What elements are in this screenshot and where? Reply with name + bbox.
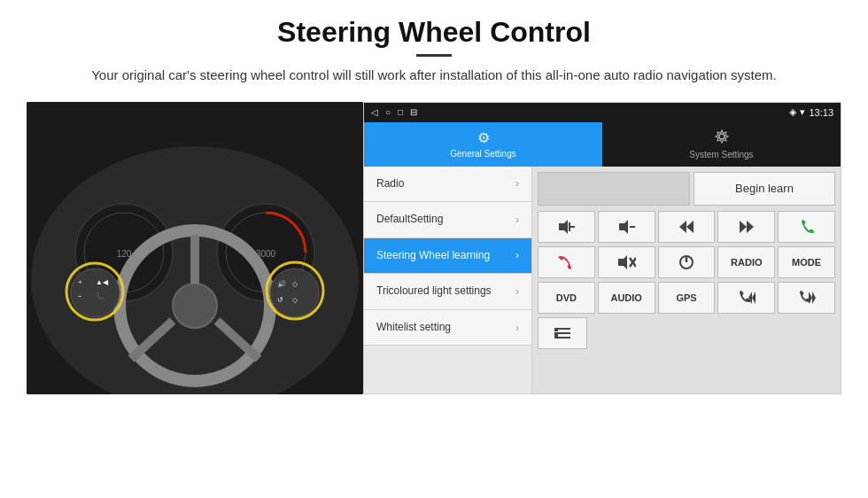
svg-rect-46	[554, 337, 570, 338]
phone-answer-button[interactable]	[778, 211, 835, 243]
right-panel: Begin learn	[532, 167, 841, 393]
svg-marker-41	[752, 292, 756, 304]
page-title: Steering Wheel Control	[35, 16, 833, 49]
status-bar: ◁ ○ □ ⊟ ◈ ▾ 13:13	[364, 103, 841, 122]
time-display: 13:13	[809, 107, 833, 118]
svg-point-9	[173, 284, 217, 328]
svg-rect-48	[554, 333, 558, 337]
page-subtitle: Your original car's steering wheel contr…	[35, 66, 833, 86]
phone-hang-up-button[interactable]	[538, 246, 595, 278]
menu-item-tricoloured-label: Tricoloured light settings	[376, 284, 492, 299]
svg-text:🔊: 🔊	[277, 279, 286, 288]
chevron-right-icon: ›	[515, 322, 519, 334]
power-button[interactable]	[658, 246, 716, 278]
nav-home-icon[interactable]: ○	[385, 107, 391, 117]
page-header: Steering Wheel Control Your original car…	[0, 0, 868, 95]
title-divider	[416, 54, 452, 57]
svg-text:◇: ◇	[292, 280, 298, 288]
steering-wheel-image: 120 3000 +	[27, 102, 363, 394]
left-menu: Radio › DefaultSetting › Steering Wheel …	[364, 167, 532, 393]
mode-button[interactable]: MODE	[778, 246, 835, 278]
main-content: Radio › DefaultSetting › Steering Wheel …	[364, 167, 841, 393]
controls-row-2: RADIO MODE	[538, 246, 835, 278]
menu-item-whitelist[interactable]: Whitelist setting ›	[364, 310, 531, 346]
audio-button[interactable]: AUDIO	[598, 282, 655, 314]
svg-marker-43	[809, 292, 812, 304]
chevron-right-icon: ›	[515, 177, 519, 190]
vol-up-button[interactable]	[538, 211, 595, 243]
svg-marker-29	[619, 220, 628, 234]
svg-text:+: +	[78, 278, 82, 286]
svg-rect-18	[270, 268, 319, 317]
svg-text:📞: 📞	[96, 292, 105, 300]
controls-row-1	[538, 211, 835, 243]
tab-system-label: System Settings	[689, 150, 753, 160]
svg-text:−: −	[78, 292, 82, 300]
menu-item-radio-label: Radio	[376, 177, 404, 191]
chevron-right-icon: ›	[515, 214, 519, 226]
chevron-right-icon: ›	[515, 249, 519, 261]
begin-learn-button[interactable]: Begin learn	[694, 172, 835, 206]
location-icon: ◈	[789, 106, 796, 118]
svg-marker-34	[740, 221, 747, 233]
bottom-row	[538, 317, 835, 349]
nav-back-icon[interactable]: ◁	[371, 107, 378, 117]
svg-marker-31	[679, 221, 686, 233]
begin-learn-row: Begin learn	[538, 172, 835, 206]
nav-screenshot-icon[interactable]: ⊟	[410, 107, 417, 117]
menu-item-tricoloured[interactable]: Tricoloured light settings ›	[364, 274, 531, 310]
svg-marker-26	[559, 220, 568, 234]
menu-item-radio[interactable]: Radio ›	[364, 167, 531, 203]
next-track-button[interactable]	[717, 211, 775, 243]
system-settings-icon	[715, 129, 729, 147]
svg-marker-32	[686, 221, 694, 233]
gps-button[interactable]: GPS	[658, 282, 716, 314]
tel-next-button[interactable]	[778, 282, 835, 314]
menu-item-default[interactable]: DefaultSetting ›	[364, 202, 531, 238]
controls-row-3: DVD AUDIO GPS	[538, 282, 835, 314]
tab-system-settings[interactable]: System Settings	[602, 122, 841, 167]
android-ui: ◁ ○ □ ⊟ ◈ ▾ 13:13 ⚙ General Settings	[363, 102, 841, 394]
svg-marker-35	[618, 255, 627, 269]
prev-track-button[interactable]	[658, 211, 716, 243]
chevron-right-icon: ›	[515, 285, 519, 298]
radio-button[interactable]: RADIO	[717, 246, 775, 278]
content-area: 120 3000 +	[0, 102, 868, 394]
svg-marker-33	[747, 221, 754, 233]
menu-item-default-label: DefaultSetting	[376, 213, 443, 227]
wifi-icon: ▾	[800, 106, 805, 118]
nav-recent-icon[interactable]: □	[398, 107, 403, 117]
list-icon-button[interactable]	[538, 317, 587, 349]
svg-text:↺: ↺	[277, 296, 283, 304]
tab-bar: ⚙ General Settings System Settings	[364, 122, 841, 167]
mute-button[interactable]	[598, 246, 655, 278]
svg-marker-42	[812, 292, 816, 304]
svg-text:▲◀: ▲◀	[96, 278, 109, 286]
menu-item-whitelist-label: Whitelist setting	[376, 321, 451, 335]
page-wrapper: Steering Wheel Control Your original car…	[0, 0, 868, 394]
general-settings-icon: ⚙	[477, 129, 490, 146]
svg-point-25	[719, 134, 725, 139]
tab-general-label: General Settings	[450, 149, 516, 159]
status-indicators: ◈ ▾ 13:13	[789, 106, 833, 118]
begin-learn-spacer	[538, 172, 690, 206]
menu-item-steering-label: Steering Wheel learning	[376, 249, 490, 263]
dvd-button[interactable]: DVD	[538, 282, 595, 314]
menu-item-steering[interactable]: Steering Wheel learning ›	[364, 238, 531, 275]
tab-general-settings[interactable]: ⚙ General Settings	[364, 122, 602, 167]
vol-down-button[interactable]	[598, 211, 655, 243]
svg-rect-47	[554, 328, 558, 331]
nav-buttons: ◁ ○ □ ⊟	[371, 107, 417, 117]
tel-prev-button[interactable]	[717, 282, 775, 314]
svg-text:◇: ◇	[292, 296, 298, 304]
